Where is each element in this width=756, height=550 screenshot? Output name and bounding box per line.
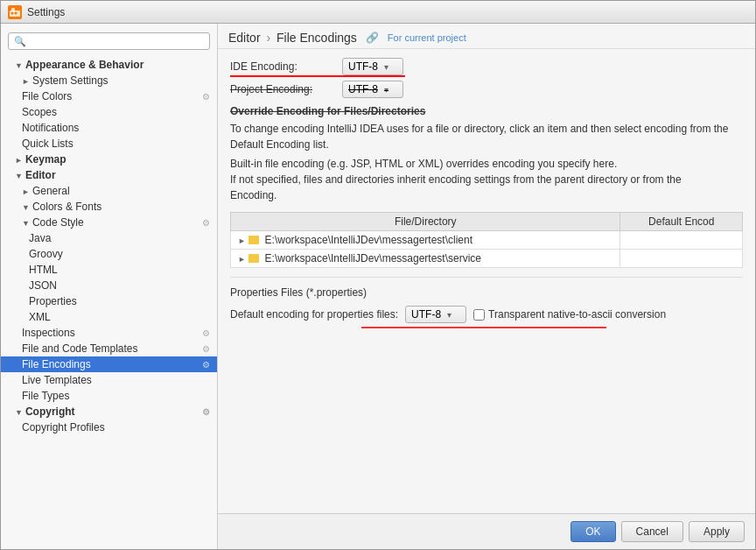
panel-header: Editor › File Encodings 🔗 For current pr… [218, 24, 755, 49]
templates-settings-icon: ⚙ [202, 344, 210, 354]
properties-title: Properties Files (*.properties) [230, 286, 743, 299]
properties-row: Default encoding for properties files: U… [230, 306, 743, 323]
encodings-settings-icon: ⚙ [202, 360, 210, 370]
sidebar-item-xml[interactable]: XML [1, 309, 217, 325]
code-style-settings-icon: ⚙ [202, 218, 210, 228]
table-cell-path: ► E:\workspace\IntelliJDev\messagertest\… [231, 231, 620, 250]
search-icon: 🔍 [14, 36, 26, 47]
svg-rect-1 [11, 8, 15, 11]
inspections-settings-icon: ⚙ [202, 328, 210, 338]
cancel-button[interactable]: Cancel [621, 521, 683, 542]
content-area: 🔍 Appearance & Behavior System Settings … [1, 24, 755, 549]
transparent-label: Transparent native-to-ascii conversion [488, 308, 666, 321]
ok-button[interactable]: OK [570, 521, 615, 542]
settings-window: Settings 🔍 Appearance & Behavior System … [0, 0, 756, 550]
sidebar-item-groovy[interactable]: Groovy [1, 246, 217, 262]
ide-encoding-dropdown[interactable]: UTF-8 [342, 58, 403, 75]
sidebar-item-live-templates[interactable]: Live Templates [1, 372, 217, 388]
sidebar-item-copyright-profiles[interactable]: Copyright Profiles [1, 420, 217, 435]
svg-point-2 [11, 11, 14, 14]
info-text-1: To change encoding IntelliJ IDEA uses fo… [230, 121, 743, 152]
panel-breadcrumb: Editor › File Encodings [228, 31, 357, 45]
search-input[interactable] [30, 35, 204, 47]
info-text-2: Built-in file encoding (e.g. JSP, HTML o… [230, 156, 743, 203]
ide-encoding-label: IDE Encoding: [230, 60, 335, 73]
override-section: Override Encoding for Files/Directories [230, 105, 743, 117]
sidebar-item-java[interactable]: Java [1, 230, 217, 246]
sidebar-item-general[interactable]: General [1, 183, 217, 199]
sidebar-item-inspections[interactable]: Inspections ⚙ [1, 325, 217, 341]
table-cell-encoding [620, 250, 743, 268]
default-encoding-label: Default encoding for properties files: [230, 308, 398, 321]
annotation-underline [361, 327, 606, 328]
sidebar-item-quick-lists[interactable]: Quick Lists [1, 136, 217, 152]
title-bar: Settings [1, 1, 755, 24]
transparent-checkbox[interactable] [473, 309, 485, 321]
main-panel: Editor › File Encodings 🔗 For current pr… [218, 24, 755, 549]
table-cell-encoding [620, 231, 743, 250]
folder-icon [248, 236, 259, 244]
for-current-project-link[interactable]: For current project [388, 32, 466, 43]
apply-button[interactable]: Apply [689, 521, 745, 542]
project-encoding-dropdown[interactable]: UTF-8 [342, 81, 403, 98]
sidebar-item-file-colors[interactable]: File Colors ⚙ [1, 88, 217, 104]
properties-encoding-dropdown[interactable]: UTF-8 [405, 306, 466, 323]
table-row[interactable]: ► E:\workspace\IntelliJDev\messagertest\… [231, 231, 743, 250]
search-container[interactable]: 🔍 [8, 32, 210, 50]
settings-icon: ⚙ [202, 92, 210, 102]
sidebar-group-editor[interactable]: Editor [1, 167, 217, 183]
sidebar: 🔍 Appearance & Behavior System Settings … [1, 24, 218, 549]
bottom-bar: OK Cancel Apply [218, 513, 755, 549]
sidebar-item-file-encodings[interactable]: File Encodings ⚙ [1, 356, 217, 372]
sidebar-item-file-code-templates[interactable]: File and Code Templates ⚙ [1, 341, 217, 356]
properties-section: Properties Files (*.properties) Default … [230, 277, 743, 328]
sidebar-group-keymap[interactable]: Keymap [1, 152, 217, 167]
sidebar-group-copyright[interactable]: Copyright ⚙ [1, 404, 217, 420]
app-icon [8, 5, 22, 19]
ide-encoding-row: IDE Encoding: UTF-8 [230, 58, 743, 75]
sidebar-item-file-types[interactable]: File Types [1, 388, 217, 404]
transparent-checkbox-label[interactable]: Transparent native-to-ascii conversion [473, 308, 666, 321]
table-cell-path: ► E:\workspace\IntelliJDev\messagertest\… [231, 250, 620, 268]
sidebar-item-system-settings[interactable]: System Settings [1, 73, 217, 88]
file-directory-table: File/Directory Default Encod ► E:\worksp… [230, 212, 743, 268]
copyright-settings-icon: ⚙ [202, 407, 210, 417]
sidebar-item-scopes[interactable]: Scopes [1, 104, 217, 120]
project-encoding-row: Project Encoding: UTF-8 [230, 81, 743, 98]
sidebar-item-html[interactable]: HTML [1, 262, 217, 278]
project-encoding-label: Project Encoding: [230, 83, 335, 95]
window-title: Settings [27, 6, 65, 18]
annotation-arrow [230, 75, 405, 77]
sidebar-item-code-style[interactable]: Code Style ⚙ [1, 215, 217, 230]
table-header-file-dir: File/Directory [231, 213, 620, 231]
sidebar-item-json[interactable]: JSON [1, 278, 217, 293]
sidebar-item-colors-fonts[interactable]: Colors & Fonts [1, 199, 217, 215]
panel-body: IDE Encoding: UTF-8 Project Encoding: UT… [218, 49, 755, 513]
table-header-encoding: Default Encod [620, 213, 743, 231]
table-row[interactable]: ► E:\workspace\IntelliJDev\messagertest\… [231, 250, 743, 268]
sidebar-group-appearance[interactable]: Appearance & Behavior [1, 57, 217, 73]
folder-icon [248, 254, 259, 263]
svg-point-3 [15, 11, 18, 14]
sidebar-item-properties[interactable]: Properties [1, 293, 217, 309]
override-label: Override Encoding for Files/Directories [230, 105, 425, 117]
sidebar-item-notifications[interactable]: Notifications [1, 120, 217, 136]
